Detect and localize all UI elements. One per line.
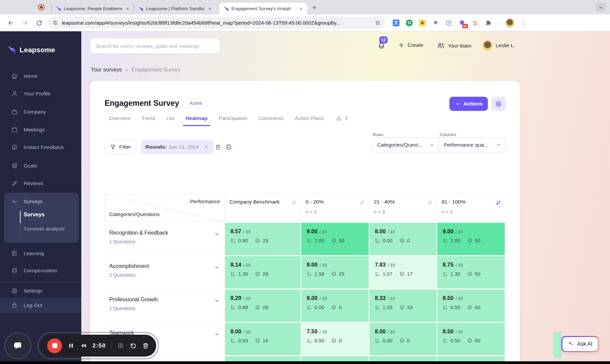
tab-overview[interactable]: Overview xyxy=(108,115,132,126)
sidebar-item-goals[interactable]: Goals xyxy=(0,158,81,173)
reload-icon[interactable] xyxy=(36,20,43,26)
search-input[interactable] xyxy=(90,38,220,53)
rewind-icon[interactable] xyxy=(80,342,87,349)
chat-launcher-button[interactable] xyxy=(6,334,29,357)
columns-select[interactable]: Performance qua... xyxy=(439,138,505,152)
sort-icon[interactable] xyxy=(291,200,297,206)
sidebar-item-log-out[interactable]: Log Out xyxy=(0,298,81,313)
heatmap-cell[interactable]: 8.33/ 10 1.2533 xyxy=(369,290,437,322)
heatmap-cell[interactable]: 8.14/ 10 1.3629 xyxy=(224,256,301,289)
heatmap-cell[interactable]: 7.83/ 10 1.0717 xyxy=(369,256,437,289)
sort-icon[interactable] xyxy=(359,200,365,206)
rows-select[interactable]: Categories/Quest... xyxy=(372,138,439,152)
sidebar-item-settings[interactable]: Settings xyxy=(0,283,81,298)
sidebar-item-learning[interactable]: Learning xyxy=(0,246,81,261)
sidebar-item-reviews[interactable]: Reviews xyxy=(0,176,81,191)
sidebar-item-instant-feedback[interactable]: Instant Feedback xyxy=(0,140,81,155)
survey-settings-button[interactable] xyxy=(491,97,506,111)
heatmap-cell[interactable]: 7.50/ 10 0.500 xyxy=(301,323,369,355)
chevron-down-icon[interactable] xyxy=(214,331,220,337)
url-text[interactable]: leapsome.com/app/#/surveys/insights/620c… xyxy=(62,20,371,26)
heatmap-cell[interactable]: 8.00/ 10 0.000 xyxy=(369,223,437,255)
hubspot-icon[interactable] xyxy=(471,19,479,27)
heatmap-cell[interactable]: 9.00/ 10 1.0050 xyxy=(301,223,369,255)
notifier-burst-icon[interactable]: ✺9+ xyxy=(458,19,466,27)
heatmap-cell[interactable]: 8.00/ 10 0.5314 xyxy=(224,323,301,355)
smiley-icon xyxy=(467,338,473,343)
close-icon[interactable] xyxy=(207,6,213,11)
delete-filter-trash-icon[interactable] xyxy=(215,144,221,150)
browser-tab-active[interactable]: Engagement Survey's Analyti xyxy=(219,3,307,14)
bookmark-star-icon[interactable] xyxy=(375,20,381,26)
chevron-down-icon[interactable] xyxy=(214,265,220,270)
sidebar-item-your-profile[interactable]: Your Profile xyxy=(0,86,81,101)
alarm-clock-icon[interactable] xyxy=(445,19,452,27)
pause-icon[interactable] xyxy=(67,342,75,349)
sidebar-item-company[interactable]: Company xyxy=(0,104,81,119)
heatmap-cell[interactable]: 8.00/ 10 1.5825 xyxy=(301,256,369,289)
ask-ai-button[interactable]: Ask AI xyxy=(561,336,599,352)
category-cell-recognition-feedback[interactable]: Recognition & Feedback 1 Questions xyxy=(105,223,224,255)
contrast-spark-icon[interactable]: ✳ xyxy=(432,19,439,27)
rounds-filter-chip[interactable]: Rounds: Jun 13, 2024 xyxy=(141,140,214,154)
tab-participation[interactable]: Participation xyxy=(218,115,248,126)
browser-menu-kebab-icon[interactable]: ⋮ xyxy=(520,19,527,26)
browser-profile-avatar[interactable] xyxy=(505,18,515,28)
heatmap-cell[interactable]: 8.75/ 10 1.3050 xyxy=(437,256,505,289)
breadcrumb-root[interactable]: Your surveys xyxy=(91,67,122,73)
user-menu[interactable]: Leslie L. xyxy=(482,40,515,51)
leapsome-logo[interactable]: Leapsome xyxy=(7,46,55,54)
extensions-puzzle-icon[interactable] xyxy=(484,19,492,27)
heatmap-cell[interactable]: 8.29/ 10 0.8829 xyxy=(224,290,301,322)
tab-list[interactable]: List xyxy=(165,115,175,126)
sidebar-item-home[interactable]: Home xyxy=(0,69,81,84)
tab-trend[interactable]: Trend xyxy=(141,115,156,126)
screen-bottom-strip xyxy=(0,361,610,364)
close-icon[interactable] xyxy=(298,6,304,11)
notifications-button[interactable]: 12 xyxy=(377,41,386,50)
forward-icon[interactable] xyxy=(22,20,28,26)
heatmap-cell[interactable]: 8.50/ 10 0.5050 xyxy=(437,290,505,322)
sidebar-subitem-surveys[interactable]: Surveys xyxy=(24,212,45,218)
heatmap-cell[interactable]: 8.00/ 10 0.000 xyxy=(301,290,369,322)
back-icon[interactable] xyxy=(7,20,14,26)
filter-button[interactable]: Filter xyxy=(105,140,136,154)
stop-recording-button[interactable] xyxy=(47,338,62,353)
close-icon[interactable] xyxy=(125,6,130,11)
sidebar-item-surveys-parent[interactable]: Surveys xyxy=(4,194,79,209)
grammarly-icon[interactable]: G xyxy=(406,19,413,27)
sort-icon[interactable] xyxy=(427,200,433,206)
save-filter-floppy-icon[interactable] xyxy=(225,144,232,150)
reader-a-icon[interactable]: A xyxy=(419,19,426,27)
restart-recording-icon[interactable] xyxy=(130,342,137,349)
chevron-down-icon[interactable] xyxy=(214,298,220,304)
sidebar-item-compensation[interactable]: Compensation xyxy=(0,263,81,278)
actions-button[interactable]: Actions xyxy=(449,97,488,111)
category-cell-professional-growth[interactable]: Professional Growth 1 Questions xyxy=(105,290,224,322)
sidebar-item-meetings[interactable]: Meetings xyxy=(0,122,81,137)
sort-active-descending-icon[interactable] xyxy=(495,200,502,206)
google-translate-icon[interactable]: 文 xyxy=(392,19,400,27)
site-settings-icon[interactable] xyxy=(52,20,58,26)
browser-tab-1[interactable]: Leapsome: People Enablemen xyxy=(52,3,134,14)
grid-dots-icon[interactable] xyxy=(117,342,124,349)
close-icon[interactable] xyxy=(203,144,209,150)
your-team-button[interactable]: Your team xyxy=(437,42,471,50)
tab-search-chevron-button[interactable] xyxy=(596,3,606,12)
address-bar[interactable]: leapsome.com/app/#/surveys/insights/620c… xyxy=(48,17,385,29)
browser-tab-2[interactable]: Leapsome | Platform Sandbox xyxy=(134,3,216,14)
tab-heatmap[interactable]: Heatmap xyxy=(185,115,209,126)
sidebar-subitem-turnover-analysis[interactable]: Turnover analysis xyxy=(24,226,65,232)
tab-comments[interactable]: Comments xyxy=(257,115,285,126)
heatmap-cell[interactable]: 8.57/ 10 0.9029 xyxy=(224,223,301,255)
heatmap-cell[interactable]: 8.50/ 10 0.5050 xyxy=(437,323,505,355)
tab-action-plans[interactable]: Action Plans xyxy=(294,115,325,126)
tab-warnings[interactable]: 2 xyxy=(336,115,348,121)
create-button[interactable]: Create xyxy=(398,42,423,49)
chevron-down-icon[interactable] xyxy=(214,231,220,237)
heatmap-cell[interactable]: 9.00/ 10 1.0050 xyxy=(437,223,505,255)
category-cell-accomplishment[interactable]: Accomplishment 2 Questions xyxy=(105,256,224,289)
heatmap-cell[interactable]: 8.00/ 10 0.000 xyxy=(369,323,437,355)
new-tab-button[interactable]: + xyxy=(310,3,319,13)
delete-recording-trash-icon[interactable] xyxy=(142,342,149,349)
